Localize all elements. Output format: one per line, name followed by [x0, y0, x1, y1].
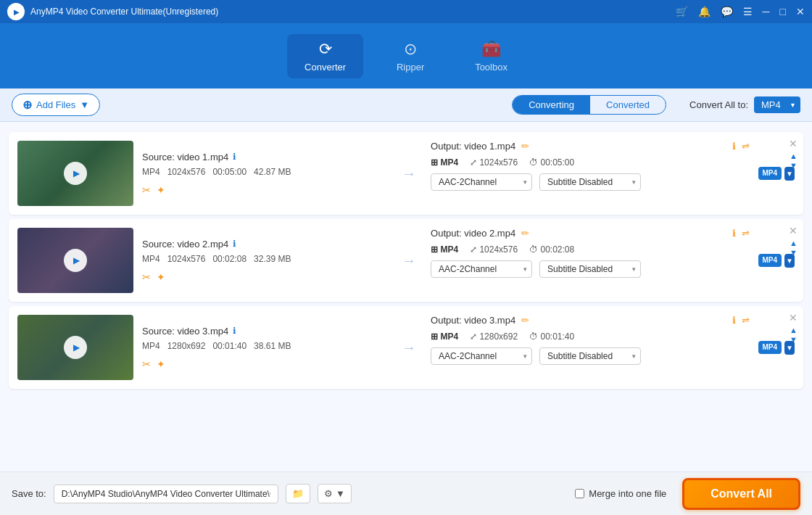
source-info-icon-3[interactable]: ℹ — [233, 326, 236, 336]
thumbnail-bg-1: ▶ — [17, 141, 133, 206]
cart-icon[interactable]: 🛒 — [676, 6, 688, 17]
add-files-dropdown-icon[interactable]: ▼ — [80, 99, 89, 110]
add-files-label: Add Files — [36, 99, 75, 110]
output-section-1: Output: video 1.mp4 ✏ ℹ ⇌ ⊞ MP4 ⤢ 1024x5… — [431, 141, 749, 206]
browse-folder-button[interactable]: 📁 — [286, 484, 310, 503]
format-badge-col-2: MP4 ▼ — [758, 228, 795, 293]
out-duration-3: ⏱ 00:01:40 — [529, 331, 574, 342]
audio-dropdown-2[interactable]: AAC-2Channel — [431, 260, 532, 278]
format-badge-text-3: MP4 — [758, 341, 782, 354]
footer: Save to: 📁 ⚙ ▼ Merge into one file Conve… — [0, 471, 812, 515]
source-label-1: Source: video 1.mp4 — [142, 152, 228, 162]
output-edit-icon-2[interactable]: ✏ — [521, 228, 529, 239]
item-close-1[interactable]: ✕ — [789, 138, 798, 149]
file-actions-1: ✂ ✦ — [142, 184, 387, 196]
item-nav-up-3[interactable]: ▲ — [790, 326, 798, 334]
file-source-1: Source: video 1.mp4 ℹ — [142, 152, 387, 162]
item-nav-1: ▲ ▼ — [790, 152, 798, 170]
output-edit-icon-3[interactable]: ✏ — [521, 315, 529, 326]
output-edit-icon-1[interactable]: ✏ — [521, 141, 529, 152]
save-path-input[interactable] — [54, 485, 279, 503]
file-meta-1: MP4 1024x576 00:05:00 42.87 MB — [142, 167, 387, 177]
out-duration-2: ⏱ 00:02:08 — [529, 244, 574, 255]
format-badge-col-3: MP4 ▼ — [758, 315, 795, 380]
output-header-icons-2: ℹ ⇌ — [732, 228, 750, 239]
tab-toolbox[interactable]: 🧰 Toolbox — [457, 34, 525, 78]
subtitle-dropdown-3[interactable]: Subtitle Disabled — [539, 347, 641, 365]
thumbnail-1: ▶ — [17, 141, 133, 206]
item-nav-3: ▲ ▼ — [790, 326, 798, 344]
add-files-button[interactable]: ⊕ Add Files ▼ — [12, 94, 100, 116]
item-nav-down-3[interactable]: ▼ — [790, 336, 798, 344]
clip-icon-2[interactable]: ✂ — [142, 271, 151, 283]
close-icon[interactable]: ✕ — [796, 6, 805, 17]
output-header-3: Output: video 3.mp4 ✏ ℹ ⇌ — [431, 315, 749, 326]
play-button-2[interactable]: ▶ — [64, 249, 87, 272]
tab-converter[interactable]: ⟳ Converter — [287, 34, 363, 78]
out-resolution-2: ⤢ 1024x576 — [470, 244, 518, 255]
item-nav-up-1[interactable]: ▲ — [790, 152, 798, 160]
item-close-2[interactable]: ✕ — [789, 225, 798, 236]
output-settings-icon-3[interactable]: ⇌ — [742, 315, 750, 326]
play-button-1[interactable]: ▶ — [64, 162, 87, 185]
output-label-1: Output: video 1.mp4 — [431, 141, 515, 152]
output-dropdowns-2: AAC-2Channel Subtitle Disabled — [431, 260, 749, 278]
output-header-1: Output: video 1.mp4 ✏ ℹ ⇌ — [431, 141, 749, 152]
output-info-icon-3[interactable]: ℹ — [732, 315, 736, 326]
output-header-icons-1: ℹ ⇌ — [732, 141, 750, 152]
item-nav-down-1[interactable]: ▼ — [790, 162, 798, 170]
output-info-icon-1[interactable]: ℹ — [732, 141, 736, 152]
format-select[interactable]: MP4 MKV AVI MOV — [754, 96, 800, 113]
clip-icon-1[interactable]: ✂ — [142, 184, 151, 196]
audio-dropdown-3[interactable]: AAC-2Channel — [431, 347, 532, 365]
merge-checkbox[interactable] — [575, 489, 584, 498]
output-header-icons-3: ℹ ⇌ — [732, 315, 750, 326]
output-header-2: Output: video 2.mp4 ✏ ℹ ⇌ — [431, 228, 749, 239]
out-format-2: ⊞ MP4 — [431, 244, 458, 255]
file-info-3: Source: video 3.mp4 ℹ MP4 1280x692 00:01… — [142, 315, 387, 380]
output-settings-icon-2[interactable]: ⇌ — [742, 228, 750, 239]
title-bar: AnyMP4 Video Converter Ultimate(Unregist… — [0, 0, 812, 23]
subtitle-dropdown-2[interactable]: Subtitle Disabled — [539, 260, 641, 278]
cut-icon-3[interactable]: ✦ — [157, 358, 165, 370]
tab-ripper[interactable]: ⊙ Ripper — [378, 34, 443, 78]
settings-button[interactable]: ⚙ ▼ — [318, 484, 351, 503]
chat-icon[interactable]: 💬 — [721, 6, 733, 17]
convert-all-button[interactable]: Convert All — [682, 478, 800, 510]
output-settings-icon-1[interactable]: ⇌ — [742, 141, 750, 152]
item-nav-down-2[interactable]: ▼ — [790, 249, 798, 257]
menu-icon[interactable]: ☰ — [743, 6, 753, 17]
maximize-icon[interactable]: □ — [780, 6, 786, 17]
cut-icon-1[interactable]: ✦ — [157, 184, 165, 196]
cut-icon-2[interactable]: ✦ — [157, 271, 165, 283]
main-content: ▶ Source: video 1.mp4 ℹ MP4 1024x576 00:… — [0, 122, 812, 471]
item-close-3[interactable]: ✕ — [789, 312, 798, 324]
subtitle-dropdown-1[interactable]: Subtitle Disabled — [539, 173, 641, 191]
clip-icon-3[interactable]: ✂ — [142, 358, 151, 370]
output-dropdowns-1: AAC-2Channel Subtitle Disabled — [431, 173, 749, 191]
subtitle-dropdown-wrap-2: Subtitle Disabled — [539, 260, 641, 278]
output-label-2: Output: video 2.mp4 — [431, 228, 515, 239]
account-icon[interactable]: 🔔 — [698, 6, 710, 17]
output-section-2: Output: video 2.mp4 ✏ ℹ ⇌ ⊞ MP4 ⤢ 1024x5… — [431, 228, 749, 293]
item-nav-2: ▲ ▼ — [790, 239, 798, 257]
source-info-icon-1[interactable]: ℹ — [233, 152, 236, 162]
audio-dropdown-1[interactable]: AAC-2Channel — [431, 173, 532, 191]
converting-tab[interactable]: Converting — [513, 96, 590, 114]
source-info-icon-2[interactable]: ℹ — [233, 239, 236, 249]
status-tabs: Converting Converted — [512, 95, 666, 115]
convert-all-to: Convert All to: MP4 MKV AVI MOV — [689, 96, 800, 113]
file-info-2: Source: video 2.mp4 ℹ MP4 1024x576 00:02… — [142, 228, 387, 293]
output-info-icon-2[interactable]: ℹ — [732, 228, 736, 239]
converted-tab[interactable]: Converted — [590, 96, 666, 114]
minimize-icon[interactable]: ─ — [763, 6, 770, 17]
play-button-3[interactable]: ▶ — [64, 336, 87, 359]
item-nav-up-2[interactable]: ▲ — [790, 239, 798, 247]
plus-icon: ⊕ — [22, 98, 32, 112]
out-duration-1: ⏱ 00:05:00 — [529, 157, 574, 168]
format-select-wrap: MP4 MKV AVI MOV — [754, 96, 800, 113]
file-item-2: ▶ Source: video 2.mp4 ℹ MP4 1024x576 00:… — [9, 219, 803, 302]
thumbnail-3: ▶ — [17, 315, 133, 380]
ripper-icon: ⊙ — [404, 40, 417, 59]
format-badge-2: MP4 — [758, 254, 782, 267]
